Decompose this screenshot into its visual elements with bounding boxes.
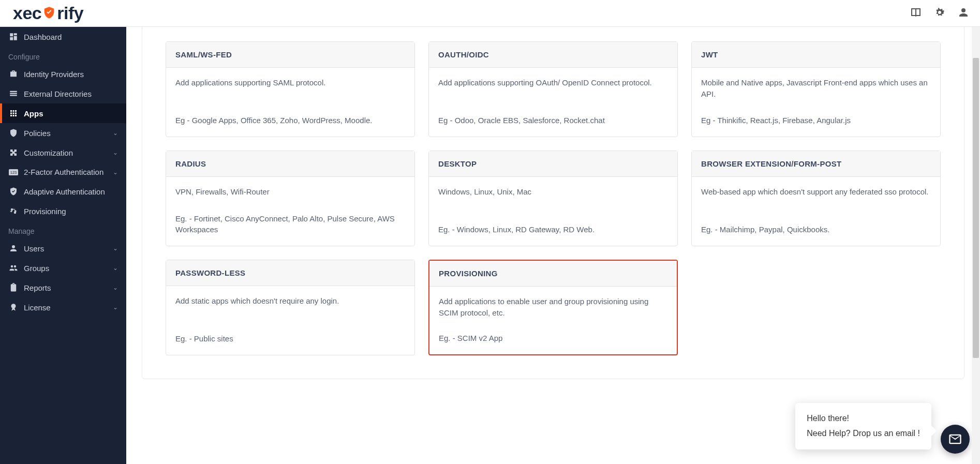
sidebar-item-users[interactable]: Users ⌄ — [0, 238, 126, 258]
app-type-card[interactable]: PROVISIONINGAdd applications to enable u… — [428, 260, 678, 355]
chevron-down-icon: ⌄ — [113, 149, 118, 156]
sidebar-item-2fa[interactable]: 123 2-Factor Authentication ⌄ — [0, 162, 126, 182]
card-title: BROWSER EXTENSION/FORM-POST — [692, 151, 940, 177]
verified-shield-icon — [8, 187, 19, 196]
sidebar-item-policies[interactable]: Policies ⌄ — [0, 123, 126, 143]
app-type-card[interactable]: SAML/WS-FEDAdd applications supporting S… — [166, 41, 415, 137]
scrollbar-thumb[interactable] — [973, 58, 979, 358]
card-desc: Windows, Linux, Unix, Mac — [438, 186, 668, 198]
sidebar-item-ext-dir[interactable]: External Directories — [0, 84, 126, 103]
chat-line2: Need Help? Drop us an email ! — [807, 426, 920, 441]
sidebar-item-adaptive[interactable]: Adaptive Authentication — [0, 182, 126, 201]
main-inner: SAML/WS-FEDAdd applications supporting S… — [142, 27, 964, 379]
card-body: Add static apps which doesn't require an… — [166, 286, 414, 355]
sidebar-item-idp[interactable]: Identity Providers — [0, 64, 126, 84]
sidebar-label: External Directories — [24, 89, 118, 98]
sidebar-label: Reports — [24, 283, 113, 292]
book-icon[interactable] — [910, 6, 922, 21]
chevron-down-icon: ⌄ — [113, 304, 118, 311]
sidebar-item-provisioning[interactable]: Provisioning — [0, 201, 126, 221]
svg-point-3 — [14, 212, 17, 214]
sidebar-label: Policies — [24, 129, 113, 138]
cards-grid: SAML/WS-FEDAdd applications supporting S… — [166, 41, 941, 355]
sidebar-label: Provisioning — [24, 207, 118, 216]
mail-icon — [948, 432, 962, 446]
card-title: JWT — [692, 42, 940, 68]
sidebar-label: Identity Providers — [24, 70, 118, 79]
topbar: xec rify — [0, 0, 980, 27]
card-example: Eg - Odoo, Oracle EBS, Salesforce, Rocke… — [438, 115, 668, 126]
chevron-down-icon: ⌄ — [113, 245, 118, 252]
sidebar-item-reports[interactable]: Reports ⌄ — [0, 278, 126, 297]
main-content: SAML/WS-FEDAdd applications supporting S… — [126, 27, 980, 464]
code-icon: 123 — [8, 169, 19, 176]
brand-post: rify — [57, 3, 83, 23]
sidebar-item-license[interactable]: License ⌄ — [0, 297, 126, 317]
card-body: Web-based app which doesn't support any … — [692, 177, 940, 246]
sidebar-label: License — [24, 303, 113, 312]
sidebar-label: Apps — [24, 109, 118, 118]
group-icon — [8, 263, 19, 273]
card-example: Eg. - SCIM v2 App — [439, 333, 667, 344]
card-title: OAUTH/OIDC — [429, 42, 677, 68]
card-example: Eg - Thinkific, React.js, Firebase, Angu… — [701, 115, 931, 126]
gear-icon[interactable] — [933, 6, 946, 21]
card-desc: Add applications supporting SAML protoco… — [175, 77, 405, 88]
card-desc: VPN, Firewalls, Wifi-Router — [175, 186, 405, 198]
list-icon — [8, 89, 19, 98]
card-title: SAML/WS-FED — [166, 42, 414, 68]
sidebar-label: Dashboard — [24, 33, 118, 41]
card-example: Eg. - Fortinet, Cisco AnyConnect, Palo A… — [175, 213, 405, 236]
sidebar-item-groups[interactable]: Groups ⌄ — [0, 258, 126, 278]
sync-icon — [8, 206, 19, 216]
sidebar-label: Customization — [24, 148, 113, 157]
app-type-card[interactable]: BROWSER EXTENSION/FORM-POSTWeb-based app… — [691, 151, 941, 246]
topbar-right — [910, 6, 970, 21]
app-type-card[interactable]: DESKTOPWindows, Linux, Unix, MacEg. - Wi… — [428, 151, 678, 246]
chat-tooltip: Hello there! Need Help? Drop us an email… — [795, 403, 931, 450]
svg-point-2 — [11, 208, 13, 211]
badge-icon — [8, 303, 19, 312]
card-desc: Mobile and Native apps, Javascript Front… — [701, 77, 931, 100]
card-title: PASSWORD-LESS — [166, 260, 414, 286]
card-title: PROVISIONING — [429, 261, 677, 287]
app-type-card[interactable]: RADIUSVPN, Firewalls, Wifi-RouterEg. - F… — [166, 151, 415, 246]
card-title: DESKTOP — [429, 151, 677, 177]
card-body: Windows, Linux, Unix, MacEg. - Windows, … — [429, 177, 677, 246]
card-body: Add applications to enable user and grou… — [429, 287, 677, 354]
brand-pre: xec — [13, 3, 41, 23]
card-desc: Add static apps which doesn't require an… — [175, 295, 405, 307]
app-type-card[interactable]: JWTMobile and Native apps, Javascript Fr… — [691, 41, 941, 137]
card-desc: Web-based app which doesn't support any … — [701, 186, 931, 198]
sidebar-label: Groups — [24, 264, 113, 273]
briefcase-icon — [8, 69, 19, 79]
container: Dashboard Configure Identity Providers E… — [0, 27, 980, 464]
app-type-card[interactable]: PASSWORD-LESSAdd static apps which doesn… — [166, 260, 415, 355]
svg-point-4 — [11, 304, 16, 308]
shield-icon — [8, 128, 19, 138]
chevron-down-icon: ⌄ — [113, 284, 118, 291]
puzzle-icon — [8, 148, 19, 157]
chevron-down-icon: ⌄ — [113, 129, 118, 137]
scrollbar-track[interactable] — [972, 27, 980, 464]
sidebar: Dashboard Configure Identity Providers E… — [0, 27, 126, 464]
sidebar-label: Users — [24, 244, 113, 253]
chevron-down-icon: ⌄ — [113, 264, 118, 272]
sidebar-item-apps[interactable]: Apps — [0, 103, 126, 123]
card-example: Eg - Google Apps, Office 365, Zoho, Word… — [175, 115, 405, 126]
card-example: Eg. - Mailchimp, Paypal, Quickbooks. — [701, 224, 931, 235]
app-type-card[interactable]: OAUTH/OIDCAdd applications supporting OA… — [428, 41, 678, 137]
apps-icon — [8, 109, 19, 118]
user-icon[interactable] — [957, 6, 970, 21]
card-example: Eg. - Public sites — [175, 333, 405, 345]
sidebar-item-customization[interactable]: Customization ⌄ — [0, 143, 126, 162]
card-title: RADIUS — [166, 151, 414, 177]
brand-logo[interactable]: xec rify — [13, 3, 83, 23]
sidebar-label: Adaptive Authentication — [24, 187, 118, 196]
card-desc: Add applications to enable user and grou… — [439, 296, 667, 319]
sidebar-item-dashboard[interactable]: Dashboard — [0, 27, 126, 47]
dashboard-icon — [8, 32, 19, 41]
sidebar-section-manage: Manage — [0, 221, 126, 238]
chat-bubble-button[interactable] — [941, 425, 970, 454]
shield-icon — [42, 4, 56, 24]
